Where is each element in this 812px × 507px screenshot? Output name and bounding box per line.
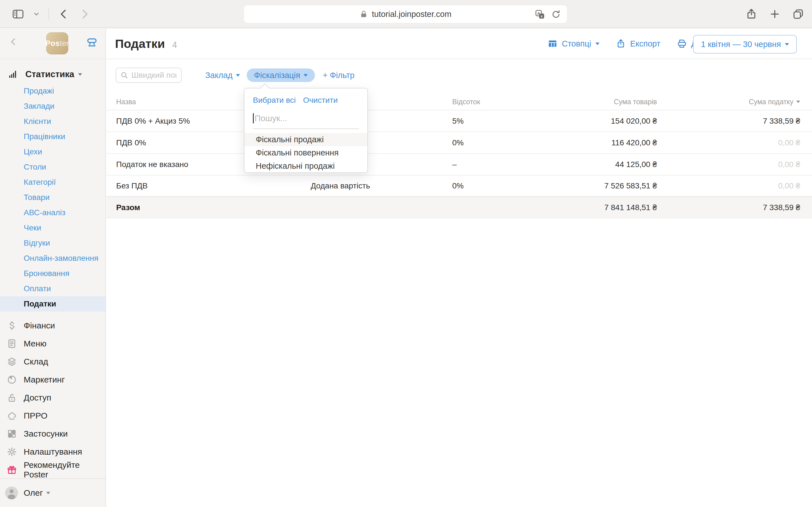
add-filter-label: + Фільтр (323, 71, 355, 80)
sidebar-item-link[interactable]: Чеки (0, 220, 105, 235)
table-row[interactable]: Без ПДВ Додана вартість 0% 7 526 583,51 … (107, 175, 812, 196)
sidebar-item-link[interactable]: АВС-аналіз (0, 205, 105, 220)
total-label: Разом (116, 203, 140, 212)
sidebar-section-statistics[interactable]: Статистика (0, 66, 105, 82)
translate-icon[interactable]: Aх (535, 9, 545, 19)
dropdown-option[interactable]: Фіскальні повернення (245, 146, 367, 159)
statistics-label: Статистика (26, 69, 74, 79)
sidebar-item-link[interactable]: Продажі (0, 83, 105, 99)
sidebar-section-item[interactable]: Фінанси (0, 317, 105, 335)
table-header: Назва Відсоток Сума товарів Сума податку (107, 93, 812, 110)
table-row[interactable]: ПДВ 0% 0% 116 420,00 ₴ 0,00 ₴ (107, 131, 812, 153)
cloud-icon (7, 411, 17, 421)
section-label: Рекомендуйте Poster (24, 460, 105, 480)
chevron-down-icon[interactable] (32, 7, 41, 21)
collapse-sidebar-icon[interactable] (8, 36, 19, 47)
column-tax-sum[interactable]: Сума податку (749, 98, 800, 106)
dropdown-items: Фіскальні продажіФіскальні поверненняНеф… (245, 129, 367, 173)
printer-icon (677, 39, 687, 49)
dropdown-search[interactable]: Пошук... (253, 105, 359, 129)
section-label: Фінанси (24, 321, 55, 330)
columns-icon (548, 39, 558, 49)
poster-logo[interactable]: Poster (46, 33, 68, 54)
export-label: Експорт (630, 39, 660, 48)
sidebar-item-link[interactable]: Категорії (0, 175, 105, 190)
sidebar-section-item[interactable]: Склад (0, 353, 105, 371)
sidebar-item-active[interactable]: Податки (0, 296, 105, 312)
table-row[interactable]: ПДВ 0% + Акциз 5% 5% 154 020,00 ₴ 7 338,… (107, 110, 812, 131)
url-text: tutorial.joinposter.com (372, 10, 451, 19)
quick-search[interactable] (116, 68, 182, 83)
table-body: ПДВ 0% + Акциз 5% 5% 154 020,00 ₴ 7 338,… (107, 110, 812, 196)
add-filter-button[interactable]: + Фільтр (323, 71, 355, 80)
sidebar-item-link[interactable]: Оплати (0, 281, 105, 296)
columns-button[interactable]: Стовпці (548, 39, 599, 49)
sidebar-item-link[interactable]: Працівники (0, 129, 105, 144)
sidebar-sections: Фінанси Меню Склад Маркетинг Доступ ПРРО… (0, 317, 105, 479)
address-bar[interactable]: tutorial.joinposter.com Aх (244, 5, 567, 23)
tabs-overview-icon[interactable] (792, 8, 804, 20)
sidebar-item-link[interactable]: Столи (0, 159, 105, 175)
fiscalization-filter[interactable]: Фіскалізація (247, 68, 315, 82)
chevron-down-icon (304, 74, 308, 76)
column-name[interactable]: Назва (116, 98, 136, 106)
pos-terminal-icon[interactable] (86, 36, 98, 48)
sidebar-section-item[interactable]: Рекомендуйте Poster (0, 461, 105, 479)
forward-button[interactable] (78, 7, 91, 21)
sidebar-item-link[interactable]: Відгуки (0, 235, 105, 251)
share-icon[interactable] (746, 8, 757, 20)
section-label: Налаштування (24, 447, 82, 457)
tax-sum: 0,00 ₴ (778, 181, 800, 190)
page-title: Податки (115, 37, 165, 51)
sidebar-item-link[interactable]: Онлайн-замовлення (0, 251, 105, 266)
page-header: Податки 4 Стовпці Експорт Дру (107, 29, 812, 59)
logo-text-light: ter (60, 39, 69, 48)
user-row[interactable]: Олег (0, 478, 105, 507)
sidebar-item-link[interactable]: Клієнти (0, 114, 105, 129)
sort-desc-icon (796, 101, 800, 103)
section-label: Маркетинг (24, 375, 65, 385)
sidebar-item-link[interactable]: Заклади (0, 99, 105, 114)
goods-sum: 7 526 583,51 ₴ (604, 181, 657, 190)
sidebar-toggle-icon[interactable] (11, 7, 25, 21)
sidebar-section-item[interactable]: Маркетинг (0, 371, 105, 389)
column-percent[interactable]: Відсоток (452, 98, 480, 106)
taxes-table: Назва Відсоток Сума товарів Сума податку… (107, 93, 812, 218)
document-icon (7, 339, 17, 349)
sidebar-item-link[interactable]: Бронювання (0, 266, 105, 281)
text-cursor (253, 113, 254, 123)
goods-sum: 44 125,00 ₴ (615, 160, 657, 169)
goods-sum: 116 420,00 ₴ (612, 138, 657, 147)
venue-filter[interactable]: Заклад (205, 71, 240, 80)
new-tab-icon[interactable] (769, 8, 780, 20)
column-goods-sum[interactable]: Сума товарів (614, 98, 657, 106)
table-row[interactable]: Податок не вказано – 44 125,00 ₴ 0,00 ₴ (107, 153, 812, 175)
gift-icon (7, 465, 17, 475)
sidebar-section-item[interactable]: ПРРО (0, 407, 105, 425)
date-range-button[interactable]: 1 квітня — 30 червня (693, 35, 797, 54)
page-count: 4 (172, 40, 177, 50)
grid-icon (7, 429, 17, 439)
clear-link[interactable]: Очистити (303, 96, 338, 105)
export-button[interactable]: Експорт (616, 39, 660, 49)
unlock-icon (7, 393, 17, 403)
sidebar-section-item[interactable]: Доступ (0, 389, 105, 407)
reload-icon[interactable] (551, 10, 561, 19)
sidebar-item-link[interactable]: Цехи (0, 144, 105, 159)
sidebar-section-item[interactable]: Застосунки (0, 425, 105, 443)
tax-name: ПДВ 0% + Акциз 5% (116, 117, 190, 126)
export-icon (616, 39, 626, 49)
tax-sum: 0,00 ₴ (778, 138, 800, 147)
sidebar-section-item[interactable]: Налаштування (0, 443, 105, 461)
bar-chart-icon (8, 69, 18, 79)
tax-percent: 0% (452, 138, 463, 147)
dropdown-option[interactable]: Нефіскальні продажі (245, 159, 367, 173)
chevron-down-icon (596, 43, 599, 45)
dropdown-option[interactable]: Фіскальні продажі (245, 133, 367, 146)
select-all-link[interactable]: Вибрати всі (253, 96, 296, 105)
sidebar-section-item[interactable]: Меню (0, 335, 105, 353)
quick-search-input[interactable] (132, 71, 176, 80)
back-button[interactable] (57, 7, 70, 21)
sidebar-item-link[interactable]: Товари (0, 190, 105, 205)
venue-filter-label: Заклад (205, 71, 233, 80)
